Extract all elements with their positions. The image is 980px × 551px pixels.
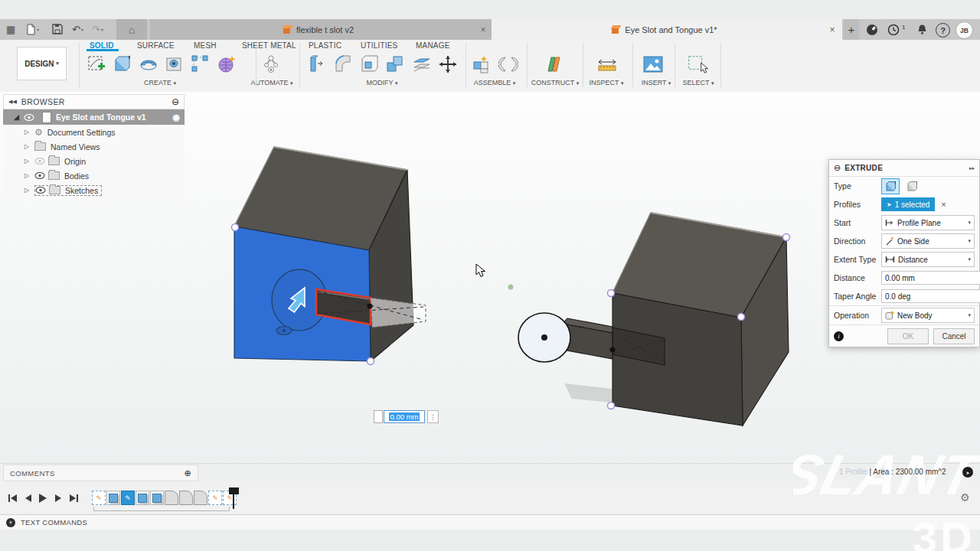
feedback-icon[interactable]: ➤ [962,467,973,478]
new-component-button[interactable] [470,54,492,75]
measure-button[interactable] [596,54,618,75]
timeline-feature-extrude[interactable] [106,491,120,505]
press-pull-button[interactable] [306,54,328,75]
timeline-feature-fillet[interactable] [165,491,178,505]
body-tongue-block[interactable] [518,213,790,425]
profiles-selected-chip[interactable]: ➤ 1 selected [881,197,935,211]
timeline-step-forward-button[interactable] [52,492,64,504]
visibility-eye-icon[interactable] [24,114,34,121]
dialog-drag-icon[interactable]: ⊖ [834,163,841,173]
save-button[interactable] [52,22,63,36]
visibility-eye-icon[interactable] [34,172,45,179]
cancel-button[interactable]: Cancel [933,328,975,344]
ok-button[interactable]: OK [887,328,929,344]
insert-image-button[interactable] [642,54,664,75]
notifications-bell-icon[interactable] [916,23,929,36]
create-sketch-button[interactable] [86,54,107,75]
operation-select[interactable]: New Body ▾ [881,308,975,323]
distance-input[interactable] [881,271,980,285]
timeline-feature-extrude[interactable] [150,491,164,505]
close-tab-icon[interactable]: × [827,24,838,35]
user-avatar[interactable]: JB [956,21,973,39]
expand-icon[interactable]: ▷ [24,172,34,179]
browser-item-named-views[interactable]: ▷ Named Views [3,139,185,154]
ribbon-tab-surface[interactable]: SURFACE [137,41,175,50]
move-copy-button[interactable] [437,54,459,75]
app-grid-icon[interactable]: ▦ [6,22,15,36]
start-select[interactable]: Profile Plane ▾ [881,215,975,230]
group-label-modify[interactable]: MODIFY ▾ [350,79,414,86]
body-eye-slot-block[interactable] [232,147,426,365]
browser-item-document-settings[interactable]: ▷ ⚙ Document Settings [3,125,185,139]
timeline-feature-sketch[interactable]: ✎ [208,491,222,505]
expand-icon[interactable]: ▷ [24,158,34,165]
visibility-eye-icon[interactable] [35,187,46,194]
origin-point[interactable] [508,285,514,290]
root-component-label[interactable]: Eye Slot and Tongue v1 [56,112,146,122]
add-comment-icon[interactable]: ⊕ [184,468,191,478]
extent-type-select[interactable]: Distance ▾ [881,252,975,267]
expand-icon[interactable]: ▷ [24,143,34,150]
slot-anchor-point[interactable] [368,304,373,309]
ribbon-tab-sheet-metal[interactable]: SHEET METAL [242,41,296,50]
pattern-button[interactable] [190,54,211,75]
ribbon-tab-plastic[interactable]: PLASTIC [309,41,341,50]
group-label-create[interactable]: CREATE ▾ [128,79,192,86]
distance-inline-input[interactable]: 0.00 mm [384,410,425,423]
expand-icon[interactable]: ▷ [24,129,34,135]
browser-item-bodies[interactable]: ▷ Bodies [3,168,185,183]
timeline-step-back-button[interactable] [21,492,34,504]
timeline-feature-active-edit[interactable]: ✎ [121,491,135,505]
help-icon[interactable]: ? [936,23,950,37]
expand-icon[interactable]: ◢ [14,113,24,121]
redo-button[interactable]: ↷▾ [92,22,103,36]
ribbon-tab-utilities[interactable]: UTILITIES [361,41,397,50]
automate-button[interactable] [260,54,282,75]
taper-angle-input[interactable] [881,289,980,303]
comments-panel[interactable]: COMMENTS ⊕ [3,465,198,481]
combine-button[interactable] [384,54,406,75]
tongue-anchor-point[interactable] [610,347,616,353]
dimension-spinner[interactable] [374,410,383,423]
job-status-clock-icon[interactable] [887,23,900,36]
clear-selection-icon[interactable]: × [941,200,946,209]
info-icon[interactable]: i [834,331,844,341]
direction-select[interactable]: One Side ▾ [881,233,975,249]
timeline-go-to-start-button[interactable] [6,492,18,504]
close-tab-icon[interactable]: × [478,24,488,35]
browser-item-origin[interactable]: ▷ Origin [3,154,185,168]
collapse-panel-icon[interactable]: ◀◀ [8,99,17,105]
ribbon-tab-manage[interactable]: MANAGE [416,41,450,50]
create-form-button[interactable] [216,54,237,75]
visibility-eye-off-icon[interactable] [34,158,45,165]
revolve-button[interactable] [138,54,159,75]
extensions-icon[interactable] [865,23,878,36]
type-extrude-solid-icon[interactable] [881,178,900,194]
timeline-settings-gear-icon[interactable]: ⚙ [960,491,970,504]
timeline-feature-fillet[interactable] [179,491,193,505]
timeline-playhead-line[interactable] [233,487,234,509]
document-tab-eye-slot-active[interactable]: Eye Slot and Tongue v1* × [492,19,842,40]
timeline-go-to-end-button[interactable] [67,492,80,504]
browser-item-sketches[interactable]: ▷ Sketches [3,183,185,197]
browser-root-component[interactable]: ◢ Eye Slot and Tongue v1 ◉ [3,109,185,125]
select-button[interactable] [687,54,708,75]
dialog-expand-icon[interactable]: ▸▸ [969,165,975,171]
document-tab-flexible-t-slot[interactable]: flexible t slot v2 × [150,19,492,40]
home-tab[interactable]: ⌂ [116,19,147,40]
dimension-drag-handle[interactable]: ⋮ [427,410,439,423]
timeline-feature-fillet[interactable] [194,491,207,505]
construct-plane-button[interactable] [543,54,564,75]
fillet-button[interactable] [332,54,354,75]
group-label-assemble[interactable]: ASSEMBLE ▾ [462,79,527,86]
shell-button[interactable] [358,54,380,75]
extrude-button[interactable] [112,54,133,75]
undo-button[interactable]: ↶▾ [72,22,83,36]
activate-component-radio[interactable]: ◉ [172,112,180,122]
text-commands-bar[interactable]: + TEXT COMMANDS [0,514,980,530]
file-menu-button[interactable]: ▾ [26,22,39,36]
expand-text-commands-icon[interactable]: + [6,518,15,527]
timeline-feature-sketch[interactable]: ✎ [92,491,106,505]
type-thin-extrude-icon[interactable] [903,178,921,194]
workspace-switcher[interactable]: DESIGN ▾ [17,47,67,80]
